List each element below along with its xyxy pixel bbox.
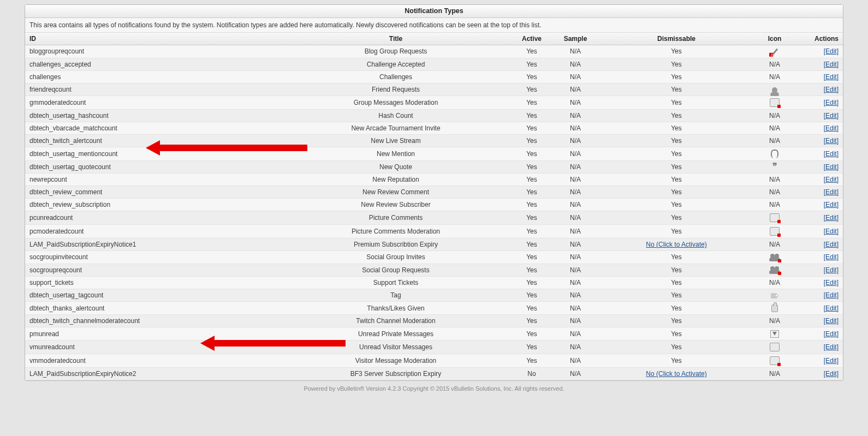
cell-title: Picture Comments: [282, 211, 510, 224]
cell-id: dbtech_vbarcade_matchcount: [25, 122, 282, 134]
edit-link[interactable]: [Edit]: [824, 47, 839, 55]
dismissable-value: Yes: [671, 201, 682, 208]
cell-sample: N/A: [554, 95, 597, 109]
edit-link[interactable]: [Edit]: [824, 304, 839, 312]
edit-link[interactable]: [Edit]: [824, 228, 839, 235]
cell-sample: N/A: [554, 122, 597, 134]
edit-link[interactable]: [Edit]: [824, 112, 839, 120]
table-row: dbtech_twitch_channelmoderatecountTwitch…: [25, 315, 843, 327]
cell-icon: N/A: [756, 70, 794, 83]
cell-icon: [756, 250, 794, 264]
cell-active: Yes: [510, 83, 554, 95]
icon-na: N/A: [769, 279, 780, 286]
edit-link[interactable]: [Edit]: [824, 330, 839, 338]
cell-dismissable: Yes: [597, 186, 756, 198]
cell-id: dbtech_usertag_quotecount: [25, 160, 282, 173]
cell-id: pcunreadcount: [25, 211, 282, 224]
edit-link[interactable]: [Edit]: [824, 370, 839, 378]
cell-title: Thanks/Likes Given: [282, 302, 510, 315]
box-icon: [770, 356, 780, 365]
cell-title: Social Group Invites: [282, 250, 510, 264]
edit-link[interactable]: [Edit]: [824, 343, 839, 351]
paperclip-icon: [771, 150, 778, 158]
cell-id: dbtech_thanks_alertcount: [25, 302, 282, 315]
dismissable-value: Yes: [671, 330, 682, 338]
edit-link[interactable]: [Edit]: [824, 99, 839, 106]
table-row: socgroupreqcountSocial Group RequestsYes…: [25, 264, 843, 277]
cell-icon: N/A: [756, 277, 794, 289]
cell-title: Friend Requests: [282, 83, 510, 95]
edit-link[interactable]: [Edit]: [824, 241, 839, 248]
cell-active: Yes: [510, 147, 554, 160]
edit-link[interactable]: [Edit]: [824, 357, 839, 365]
edit-link[interactable]: [Edit]: [824, 291, 839, 299]
box-icon: [770, 343, 780, 351]
cell-title: Hash Count: [282, 109, 510, 122]
col-sample: Sample: [554, 33, 597, 45]
table-row: dbtech_usertag_hashcountHash CountYesN/A…: [25, 109, 843, 122]
dismissable-value: Yes: [671, 253, 682, 261]
cell-icon: N/A: [756, 238, 794, 250]
icon-na: N/A: [769, 188, 780, 196]
edit-link[interactable]: [Edit]: [824, 73, 839, 81]
cell-sample: N/A: [554, 70, 597, 83]
cell-sample: N/A: [554, 147, 597, 160]
table-row: dbtech_review_commentNew Review CommentY…: [25, 186, 843, 198]
cell-sample: N/A: [554, 186, 597, 198]
edit-link[interactable]: [Edit]: [824, 214, 839, 222]
cell-active: Yes: [510, 198, 554, 211]
group-icon: [769, 266, 780, 274]
edit-link[interactable]: [Edit]: [824, 124, 839, 132]
edit-link[interactable]: [Edit]: [824, 201, 839, 208]
cell-id: newrepcount: [25, 173, 282, 186]
cell-dismissable: Yes: [597, 147, 756, 160]
edit-link[interactable]: [Edit]: [824, 137, 839, 145]
cell-id: challenges_accepted: [25, 58, 282, 70]
cell-icon: N/A: [756, 58, 794, 70]
edit-link[interactable]: [Edit]: [824, 163, 839, 171]
cell-id: bloggroupreqcount: [25, 45, 282, 58]
cell-title: New Mention: [282, 147, 510, 160]
col-id: ID: [25, 33, 282, 45]
cell-active: Yes: [510, 211, 554, 224]
dismissable-activate-link[interactable]: No (Click to Activate): [646, 241, 706, 248]
table-row: socgroupinvitecountSocial Group InvitesY…: [25, 250, 843, 264]
cell-active: Yes: [510, 315, 554, 327]
edit-link[interactable]: [Edit]: [824, 279, 839, 286]
cell-title: Picture Comments Moderation: [282, 224, 510, 238]
edit-link[interactable]: [Edit]: [824, 253, 839, 261]
box-icon: [770, 98, 780, 107]
cell-sample: N/A: [554, 277, 597, 289]
cell-icon: [756, 45, 794, 58]
edit-link[interactable]: [Edit]: [824, 188, 839, 196]
cell-sample: N/A: [554, 368, 597, 380]
cell-title: BF3 Server Subscription Expiry: [282, 368, 510, 380]
edit-link[interactable]: [Edit]: [824, 61, 839, 68]
table-row: dbtech_usertag_quotecountNew QuoteYesN/A…: [25, 160, 843, 173]
cell-id: LAM_PaidSubscriptionExpiryNotice1: [25, 238, 282, 250]
cell-active: Yes: [510, 250, 554, 264]
cell-icon: [756, 327, 794, 341]
cell-icon: [756, 341, 794, 354]
cell-actions: [Edit]: [794, 289, 843, 302]
dismissable-activate-link[interactable]: No (Click to Activate): [646, 370, 706, 378]
cell-dismissable: Yes: [597, 134, 756, 147]
table-row: dbtech_thanks_alertcountThanks/Likes Giv…: [25, 302, 843, 315]
edit-link[interactable]: [Edit]: [824, 86, 839, 93]
cell-id: socgroupreqcount: [25, 264, 282, 277]
dismissable-value: Yes: [671, 343, 682, 351]
cell-sample: N/A: [554, 45, 597, 58]
cell-dismissable: No (Click to Activate): [597, 238, 756, 250]
cell-dismissable: Yes: [597, 327, 756, 341]
table-row: gmmoderatedcountGroup Messages Moderatio…: [25, 95, 843, 109]
edit-link[interactable]: [Edit]: [824, 150, 839, 158]
edit-link[interactable]: [Edit]: [824, 266, 839, 274]
cell-dismissable: Yes: [597, 264, 756, 277]
cell-active: Yes: [510, 173, 554, 186]
edit-link[interactable]: [Edit]: [824, 317, 839, 325]
cell-sample: N/A: [554, 109, 597, 122]
cell-title: Visitor Message Moderation: [282, 354, 510, 368]
edit-link[interactable]: [Edit]: [824, 176, 839, 183]
cell-actions: [Edit]: [794, 341, 843, 354]
cell-dismissable: Yes: [597, 277, 756, 289]
